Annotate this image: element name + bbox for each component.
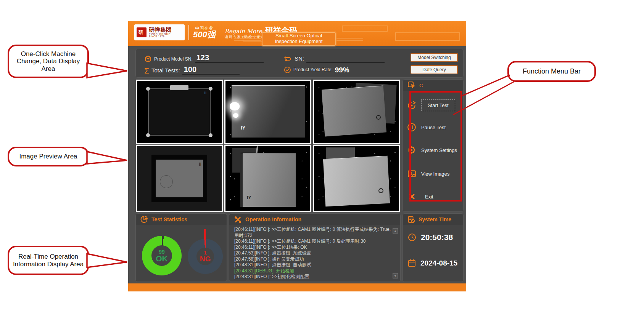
log-line: [20:48:31][INFO ]: >>初始化检测配置 bbox=[234, 274, 394, 280]
ok-count: 99 bbox=[159, 249, 165, 254]
evoc-logo: 研祥集团 EVOC GROUP SINCE 1979 bbox=[134, 24, 185, 40]
logo-group-cn: 研祥集团 bbox=[149, 27, 172, 33]
log-body[interactable]: [20:46:11][INFO ]: >>工位相机: CAM1 图片编号: 0 … bbox=[234, 227, 394, 280]
ng-label: NG bbox=[200, 255, 211, 262]
stats-title: Test Statistics bbox=[151, 216, 187, 222]
ok-donut-chart: 99 OK bbox=[142, 236, 182, 275]
logo-since: SINCE 1979 bbox=[149, 35, 172, 38]
total-tests-label: Total Tests: bbox=[151, 67, 180, 75]
clock-icon bbox=[407, 233, 417, 242]
log-scroll-down-button[interactable]: ▼ bbox=[393, 273, 398, 278]
preview-image-cam2: fY bbox=[224, 80, 311, 144]
calendar-icon bbox=[407, 259, 416, 267]
route-icon bbox=[284, 55, 292, 63]
brand-script: Regain More bbox=[225, 28, 262, 35]
logo-divider bbox=[188, 25, 189, 40]
header-decor-trace bbox=[342, 26, 388, 32]
menu-header-label: C bbox=[419, 83, 423, 88]
log-line: [20:47:53][INFO ]: 点击按钮 :系统设置 bbox=[234, 250, 394, 256]
preview-image-cam4: 𝗂𝗂 bbox=[136, 145, 223, 212]
yield-value: 99% bbox=[335, 66, 349, 74]
log-line: [20:48:31][INFO ]: 点击按钮 :自动测试 bbox=[234, 262, 394, 268]
app-title-line1: Small-Screen Optical bbox=[275, 33, 322, 39]
system-time-panel: System Time 20:50:38 2024-08-15 bbox=[402, 213, 464, 282]
ng-donut-chart: 1 NG bbox=[188, 239, 223, 274]
click-icon bbox=[407, 81, 416, 90]
log-line: [20:46:11][INFO ]: >>工位相机: CAM1 图片编号: 0 … bbox=[234, 227, 394, 238]
callout-realtime-info: Real-Time Operation Information Display … bbox=[8, 246, 89, 275]
doc-clock-icon bbox=[407, 216, 415, 223]
product-model-sn-label: Product Model SN: bbox=[154, 56, 193, 63]
pie-chart-icon bbox=[140, 216, 148, 223]
time-title: System Time bbox=[419, 216, 451, 222]
yield-icon bbox=[284, 66, 291, 74]
menu-annotation-rectangle bbox=[409, 91, 462, 202]
yield-label: Product Yield Rate: bbox=[293, 67, 333, 74]
system-date: 2024-08-15 bbox=[420, 259, 457, 267]
header-decor-trace bbox=[395, 32, 460, 41]
logo-rank-500: 500强 bbox=[193, 30, 216, 39]
preview-image-cam1: 𝗂𝗂 bbox=[136, 80, 223, 144]
sn-value bbox=[306, 54, 385, 63]
badge-wing-left bbox=[234, 38, 261, 41]
sn-label: SN: bbox=[295, 55, 304, 63]
preview-image-cam5: fY bbox=[224, 145, 311, 212]
callout-data-area: One-Click Machine Change, Data Display A… bbox=[8, 45, 89, 78]
log-line: [20:46:11][INFO ]: >>工位相机: CAM1 图片编号: 0 … bbox=[234, 238, 394, 245]
log-title: Operation Information bbox=[245, 216, 301, 222]
app-title-line2: Inspection Equipment bbox=[275, 39, 322, 45]
total-tests-value: 100 bbox=[182, 66, 240, 75]
log-line: [20:46:11][INFO ]: >>工位1结果: OK bbox=[234, 245, 394, 251]
badge-wing-right bbox=[336, 38, 363, 41]
model-switching-button[interactable]: Model Switching bbox=[411, 53, 458, 62]
data-display-panel: Product Model SN: 123 Σ Total Tests: 100… bbox=[135, 49, 464, 78]
app-title-badge: Small-Screen Optical Inspection Equipmen… bbox=[262, 32, 336, 46]
log-line-debug: [20:48:31][DEBUG]: 开始检测 bbox=[234, 268, 394, 274]
ng-tick-mark bbox=[204, 229, 206, 240]
preview-image-cam3 bbox=[313, 80, 400, 144]
product-model-sn-value: 123 bbox=[195, 54, 264, 63]
sigma-icon: Σ bbox=[144, 67, 149, 75]
evoc-logo-mark-icon bbox=[137, 27, 147, 37]
screenshot-canvas: 研祥集团 EVOC GROUP SINCE 1979 中国企业 500强 Reg… bbox=[0, 0, 644, 328]
app-header: 研祥集团 EVOC GROUP SINCE 1979 中国企业 500强 Reg… bbox=[128, 21, 466, 46]
tools-icon bbox=[234, 216, 242, 224]
package-icon bbox=[144, 55, 152, 63]
operation-information-panel: Operation Information [20:46:11][INFO ]:… bbox=[229, 213, 401, 282]
preview-image-cam6 bbox=[313, 145, 400, 212]
app-footer-bar bbox=[128, 283, 466, 291]
ok-label: OK bbox=[156, 254, 168, 262]
callout-function-menu: Function Menu Bar bbox=[507, 61, 596, 82]
log-line: [20:47:58][INFO ]: 操作员登录成功 bbox=[234, 256, 394, 262]
log-scroll-up-button[interactable]: ▲ bbox=[393, 228, 398, 234]
callout-image-preview: Image Preview Area bbox=[8, 147, 89, 166]
system-clock: 20:50:38 bbox=[421, 233, 453, 242]
test-statistics-panel: Test Statistics 99 OK 1 NG bbox=[135, 213, 227, 282]
date-query-button[interactable]: Date Query bbox=[411, 65, 458, 74]
